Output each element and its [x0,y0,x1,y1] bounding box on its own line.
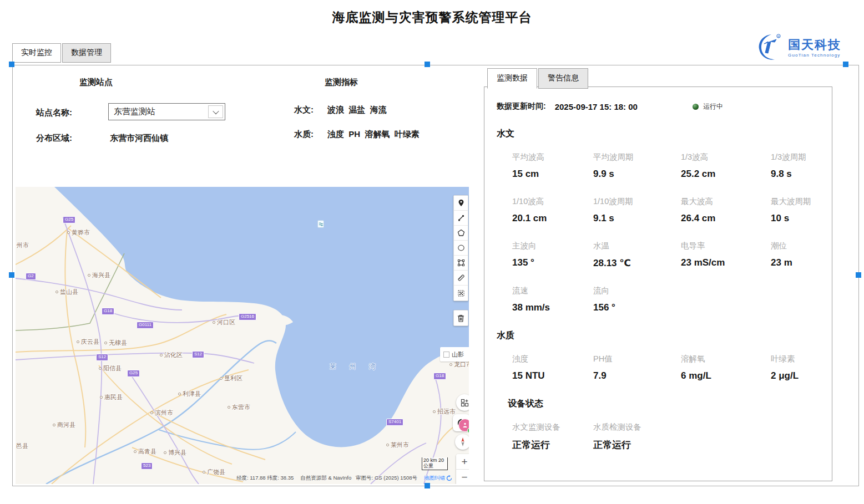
station-select-dropdown-button[interactable] [208,105,223,118]
metric-label: 主波向 [512,241,593,251]
layers-control[interactable] [456,394,469,411]
tab-realtime-monitor[interactable]: 实时监控 [12,43,61,63]
city-dot-icon [100,396,103,399]
road-shield: G2516 [239,313,256,320]
resize-handle-right-middle[interactable] [856,272,861,278]
map-city-label: 庆云县 [77,338,99,346]
draw-polygon-icon[interactable] [454,226,468,241]
zoom-out-button[interactable]: − [456,470,469,484]
metric-row: 主波向135 °水温28.13 ℃电导率23 mS/cm潮位23 m [497,241,823,269]
map-copyright: 自然资源部 & NavInfo 审图号: GS (2025) 1508号 [300,475,417,482]
metric-row: 浊度15 NTUPH值7.9溶解氧6 mg/L叶绿素2 μg/L [497,354,823,381]
draw-circle-icon[interactable] [454,241,468,256]
city-dot-icon [77,340,79,343]
tab-data-management[interactable]: 数据管理 [62,43,111,63]
map-city-label: 惠民县 [100,393,123,401]
metric-value: 20.1 cm [512,213,593,224]
draw-rectangle-icon[interactable] [454,256,468,271]
refresh-icon [446,475,452,481]
map-city-label: 无棣县 [104,339,127,347]
map-canvas[interactable]: 黄骅市州市海兴县盐山县庆云县无棣县沾化区阳信县河口区惠民县利津县垦利区东营市滨州… [16,187,469,484]
app-window: 海底监测与灾害预警系统管理平台 R 国天科技 GuoTian Technolog… [0,0,864,504]
tab-warning-info[interactable]: 警告信息 [538,68,588,89]
road-shield: G18 [433,373,446,380]
metric-value: 23 m [771,257,823,268]
chevron-down-icon [213,108,219,114]
trash-icon [457,314,464,322]
city-name: 商河县 [57,421,75,429]
metric-cell: 叶绿素2 μg/L [771,354,823,381]
metric-cell: PH值7.9 [593,354,681,381]
map-correct-label: 地图纠错 [424,475,445,482]
station-select[interactable]: 东营监测站 [108,103,225,120]
hillshade-toggle[interactable]: 山影 [440,347,469,362]
draw-line-icon[interactable] [454,211,468,226]
hillshade-checkbox[interactable] [443,352,449,358]
city-dot-icon [386,444,389,446]
map-city-label: 招远市 [433,408,456,416]
metric-label: 叶绿素 [771,354,823,364]
metric-row: 水文监测设备正常运行水质检测设备正常运行 [497,422,823,451]
metric-label: 浊度 [512,354,593,364]
metric-value: 2 μg/L [771,370,823,381]
resize-handle-top-center[interactable] [425,62,430,67]
resize-handle-top-left[interactable] [9,62,14,67]
map-correct-link[interactable]: 地图纠错 [424,475,452,482]
metric-label: 潮位 [771,241,823,251]
measure-distance-icon[interactable] [454,271,468,286]
select-area-icon[interactable] [454,286,468,301]
city-dot-icon [67,231,70,234]
layers-icon [461,399,469,407]
metric-label: 最大波周期 [771,196,823,207]
metric-value: 23 mS/cm [681,257,771,268]
city-name: 高青县 [138,447,156,456]
station-heading: 监测站点 [79,77,113,88]
map-attribution: 经度: 117.88 纬度: 38.35 自然资源部 & NavInfo 审图号… [236,475,452,482]
map-city-label: 莱州市 [386,441,409,449]
metric-value: 38 mm/s [512,302,593,313]
metric-label: 1/10波周期 [593,196,681,207]
tab-monitoring-data[interactable]: 监测数据 [487,68,537,89]
city-dot-icon [220,377,223,380]
city-dot-icon [160,354,163,357]
resize-handle-bottom-center[interactable] [425,483,430,488]
resize-handle-left-middle[interactable] [9,272,14,278]
station-marker-icon[interactable] [317,220,324,228]
run-status: 运行中 [693,102,723,111]
waterquality-indicator-value: 浊度 PH 溶解氧 叶绿素 [327,129,420,140]
city-name: 庆云县 [81,338,99,346]
main-tab-bar: 实时监控 数据管理 [12,43,112,63]
delete-shapes-button[interactable] [453,310,468,326]
zoom-in-button[interactable]: + [456,454,469,470]
map-city-label: 盐山县 [55,288,78,296]
hydrology-indicator-label: 水文: [294,105,314,115]
metric-value: 9.1 s [593,213,681,224]
compass-control[interactable] [455,434,469,450]
metric-value: 26.4 cm [681,213,771,224]
map-city-label: 东营市 [228,403,250,411]
city-dot-icon [88,274,90,277]
metric-sections: 水文平均波高15 cm平均波周期9.9 s1/3波高25.2 cm1/3波周期9… [497,128,823,451]
station-name-label: 站点名称: [36,108,72,118]
svg-text:R: R [777,35,780,38]
metric-cell: 1/10波高20.1 cm [512,196,593,224]
metric-label: 平均波高 [512,152,593,162]
pin-marker-icon[interactable] [454,196,468,211]
bay-name-label: 莱 州 湾 [330,362,381,371]
metric-label: 电导率 [681,241,771,251]
map-scale-bar: 20 km 20公里 [422,457,448,470]
city-dot-icon [99,367,102,370]
metric-label: PH值 [593,354,681,364]
resize-handle-top-right[interactable] [843,62,848,67]
section-heading: 水质 [497,330,823,342]
panorama-control[interactable]: ✓ [453,414,469,431]
city-name: 利津县 [183,390,201,398]
metric-value: 6 mg/L [681,370,771,381]
metric-value: 15 NTU [512,370,593,381]
city-name: 河口区 [217,318,235,327]
indicators-heading: 监测指标 [325,77,358,88]
map-coordinates: 经度: 117.88 纬度: 38.35 [236,475,294,482]
metric-row: 1/10波高20.1 cm1/10波周期9.1 s最大波高26.4 cm最大波周… [497,196,823,224]
logo-name-en: GuoTian Technology [788,53,841,58]
city-dot-icon [55,291,58,293]
